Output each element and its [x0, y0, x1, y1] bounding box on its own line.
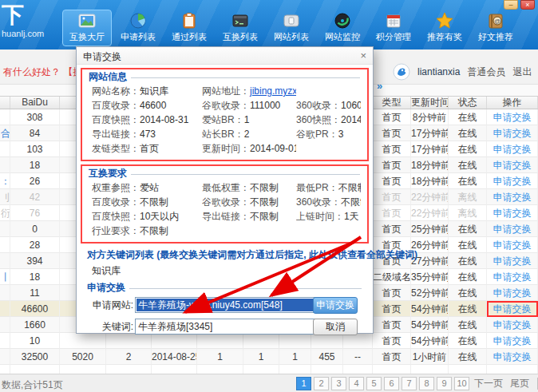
- table-cell: 申请交换: [487, 109, 538, 125]
- member-role-label: 普通会员: [467, 65, 505, 79]
- apply-exchange-link[interactable]: 申请交换: [493, 208, 532, 219]
- table-cell: 28: [10, 237, 60, 253]
- site-info-field: 360快照：2014-08-30: [296, 113, 361, 127]
- table-cell: 首页: [373, 349, 411, 365]
- table-cell: 首页: [373, 157, 411, 173]
- keywords-section: 对方关键词列表 (最终交换关键词需对方通过后指定, 此处仅供查看全部关键词) 知…: [81, 248, 369, 276]
- table-cell: 二级域名: [373, 269, 411, 285]
- book-icon: @: [487, 12, 504, 30]
- field-label: 360收录：: [296, 196, 341, 208]
- page-button-10[interactable]: 10: [454, 377, 469, 390]
- dialog-close-icon[interactable]: ×: [360, 49, 366, 61]
- table-cell: 申请交换: [487, 317, 538, 333]
- field-label: 百度快照：: [92, 114, 140, 125]
- nav-item-book[interactable]: @好文推荐: [471, 10, 520, 46]
- table-cell: 首页: [373, 333, 411, 349]
- apply-exchange-link[interactable]: 申请交换: [493, 287, 532, 299]
- nav-item-star[interactable]: 推荐有奖: [420, 10, 469, 46]
- nav-item-sitelist[interactable]: 网站列表: [267, 10, 316, 46]
- page-button-6[interactable]: 6: [384, 377, 399, 390]
- apply-exchange-link[interactable]: 申请交换: [493, 351, 532, 362]
- field-value: 不限制: [250, 182, 279, 193]
- svg-text:@: @: [494, 18, 500, 25]
- minimize-button[interactable]: –: [504, 0, 518, 10]
- table-cell: [0, 237, 10, 253]
- apply-exchange-link[interactable]: 申请交换: [493, 303, 532, 315]
- table-cell: 455: [311, 349, 343, 365]
- table-cell: [0, 317, 10, 333]
- table-cell: 10: [10, 333, 60, 349]
- close-window-button[interactable]: ×: [520, 0, 535, 10]
- keyword-item: 知识库: [87, 262, 362, 276]
- apply-exchange-link[interactable]: 申请交换: [493, 224, 532, 235]
- user-bar: liantianxia 普通会员 退出 意见反馈: [393, 62, 538, 81]
- nav-item-monitor[interactable]: 网站监控: [318, 10, 367, 46]
- next-page-link[interactable]: 下一页: [474, 377, 503, 390]
- requirements-field: 上链时间：1天: [296, 209, 361, 224]
- nav-item-pie[interactable]: 申请列表: [113, 10, 163, 46]
- table-cell: 首页: [373, 189, 411, 205]
- table-cell: [0, 301, 10, 317]
- pie-icon: [129, 12, 147, 30]
- nav-item-label: 积分管理: [376, 31, 411, 43]
- table-cell: 84: [10, 125, 60, 141]
- apply-exchange-link[interactable]: 申请交换: [493, 255, 532, 267]
- table-cell: 76: [10, 205, 60, 221]
- field-value: 10天以内: [140, 211, 179, 222]
- field-label: 360收录：: [296, 100, 341, 111]
- page-button-8[interactable]: 8: [419, 377, 434, 390]
- table-cell: 25分钟前: [411, 221, 449, 237]
- apply-exchange-link[interactable]: 申请交换: [493, 112, 532, 123]
- table-cell: 申请交换: [487, 205, 538, 221]
- page-button-3[interactable]: 3: [331, 377, 346, 390]
- page-button-9[interactable]: 9: [437, 377, 452, 390]
- nav-item-hall[interactable]: 互换大厅: [62, 10, 112, 46]
- page-button-4[interactable]: 4: [349, 377, 364, 390]
- field-value: 不限制: [140, 225, 168, 236]
- table-cell: 18: [10, 269, 60, 285]
- logout-link[interactable]: 退出: [512, 65, 532, 79]
- table-cell: [0, 109, 10, 125]
- apply-exchange-link[interactable]: 申请交换: [493, 160, 532, 171]
- cancel-button[interactable]: 取消: [313, 319, 358, 335]
- last-page-link[interactable]: 尾页: [510, 377, 529, 390]
- site-url-link[interactable]: jibing.myzx.cn: [250, 85, 296, 97]
- table-cell: 在线: [449, 237, 487, 253]
- nav-item-clipboard[interactable]: 通过列表: [164, 10, 214, 46]
- nav-item-calendar[interactable]: 积分管理: [369, 10, 418, 46]
- apply-exchange-button[interactable]: 申请交换: [313, 297, 358, 314]
- apply-section: 申请交换 申请网站: 牛羊养殖场-www.niuy45.com[548] ▼ 申…: [81, 281, 369, 338]
- table-cell: 在线: [449, 285, 487, 301]
- table-cell: --: [343, 349, 373, 365]
- field-value: 不限制: [250, 196, 279, 208]
- table-cell: 在线: [449, 269, 487, 285]
- page-button-1[interactable]: 1: [296, 377, 311, 390]
- apply-site-select[interactable]: 牛羊养殖场-www.niuy45.com[548] ▼: [135, 297, 328, 313]
- site-info-title: 网站信息: [89, 70, 127, 84]
- requirements-field: 权重参照：爱站: [92, 180, 202, 195]
- table-cell: 2014-08-25: [152, 349, 197, 365]
- apply-exchange-link[interactable]: 申请交换: [493, 319, 532, 331]
- terminal-icon: [231, 12, 249, 30]
- field-value: 不限制: [338, 182, 361, 193]
- table-cell: 申请交换: [487, 189, 538, 205]
- apply-exchange-link[interactable]: 申请交换: [493, 271, 532, 283]
- apply-exchange-link[interactable]: 申请交换: [493, 335, 532, 346]
- dialog-titlebar[interactable]: 申请交换 ×: [77, 47, 373, 65]
- page-button-5[interactable]: 5: [366, 377, 382, 390]
- table-cell: 18: [10, 157, 60, 173]
- site-info-field: 导出链接：473: [92, 127, 202, 141]
- table-cell: 42: [10, 189, 60, 205]
- keyword-select[interactable]: 牛羊养殖场[3345] ▼: [135, 319, 328, 335]
- apply-exchange-link[interactable]: 申请交换: [493, 240, 532, 251]
- apply-exchange-link[interactable]: 申请交换: [493, 192, 532, 203]
- table-cell: 22分钟前: [411, 205, 449, 221]
- window-controls: – ×: [504, 0, 535, 10]
- apply-exchange-link[interactable]: 申请交换: [493, 144, 532, 155]
- page-button-7[interactable]: 7: [402, 377, 417, 390]
- table-cell: 在线: [449, 301, 487, 317]
- apply-exchange-link[interactable]: 申请交换: [493, 128, 532, 139]
- apply-exchange-link[interactable]: 申请交换: [493, 176, 532, 187]
- page-button-2[interactable]: 2: [314, 377, 329, 390]
- nav-item-terminal[interactable]: 互换列表: [216, 10, 265, 46]
